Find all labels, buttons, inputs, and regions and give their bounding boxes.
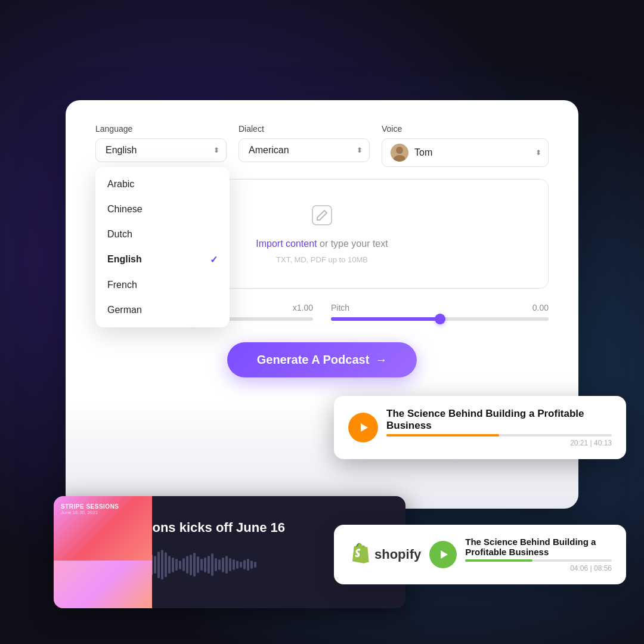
shopify-podcast-card: shopify The Science Behind Building a Pr… <box>334 525 626 584</box>
language-dropdown: Arabic Chinese Dutch English ✓ French Ge… <box>95 167 230 327</box>
wave-bar <box>161 550 163 580</box>
wave-bar <box>215 558 217 571</box>
dropdown-item-dutch[interactable]: Dutch <box>95 222 230 247</box>
shopify-podcast-title: The Science Behind Building a Profitable… <box>465 537 612 557</box>
language-select-wrapper[interactable]: English ⬍ <box>95 138 227 162</box>
wave-bar <box>222 558 224 572</box>
dialect-label: Dialect <box>239 124 370 134</box>
orange-total-time: 40:13 <box>594 439 612 447</box>
language-field: Language English ⬍ Arabic Chinese Dutch … <box>95 124 227 167</box>
language-label: Language <box>95 124 227 134</box>
orange-play-button[interactable] <box>348 413 378 442</box>
speed-value: x1.00 <box>293 303 313 312</box>
wave-bar <box>208 556 210 574</box>
pitch-slider-group: Pitch 0.00 <box>331 303 549 321</box>
wave-bar <box>172 558 174 572</box>
generate-button[interactable]: Generate A Podcast → <box>227 342 417 377</box>
wave-bar <box>218 559 221 570</box>
stripe-brand: Stripe <box>118 510 389 519</box>
check-icon: ✓ <box>210 254 218 265</box>
wave-bar <box>168 556 171 574</box>
orange-times: 20:21 | 40:13 <box>386 439 612 447</box>
wave-bar <box>247 559 249 571</box>
import-link[interactable]: Import content <box>256 239 317 249</box>
shopify-logo: shopify <box>348 543 421 566</box>
orange-podcast-title: The Science Behind Building a Profitable… <box>386 408 612 432</box>
wave-bar <box>197 556 199 573</box>
dropdown-item-arabic[interactable]: Arabic <box>95 172 230 197</box>
form-row: Language English ⬍ Arabic Chinese Dutch … <box>95 124 549 167</box>
arrow-right-icon: → <box>375 353 387 367</box>
shopify-play-button[interactable] <box>429 541 457 568</box>
pitch-value: 0.00 <box>532 303 549 312</box>
wave-bar <box>243 560 246 569</box>
orange-podcast-card: The Science Behind Building a Profitable… <box>334 396 626 459</box>
wave-bar <box>236 561 239 569</box>
wave-bar <box>182 558 185 571</box>
wave-bar <box>254 562 256 568</box>
dropdown-item-english[interactable]: English ✓ <box>95 247 230 273</box>
wave-bar <box>225 556 228 574</box>
voice-select-wrapper[interactable]: Tom ⬍ <box>382 138 549 167</box>
language-select[interactable]: English <box>95 138 227 162</box>
wave-bar <box>229 558 231 571</box>
dropdown-item-german[interactable]: German <box>95 298 230 323</box>
avatar <box>391 144 408 162</box>
pitch-track[interactable] <box>331 317 549 321</box>
wave-bar <box>204 558 206 572</box>
shopify-progress-fill <box>465 559 532 562</box>
wave-bar <box>233 559 235 570</box>
wave-bar <box>193 553 196 577</box>
file-hint: TXT, MD, PDF up to 10MB <box>276 255 368 264</box>
dialect-select-wrapper[interactable]: American ⬍ <box>239 138 370 162</box>
wave-bar <box>157 552 160 578</box>
edit-icon <box>310 203 334 233</box>
orange-progress-fill <box>386 434 499 436</box>
shopify-times: 04:06 | 08:56 <box>465 564 612 572</box>
voice-name: Tom <box>414 147 540 158</box>
import-text: Import content or type your text <box>256 239 388 249</box>
pitch-label: Pitch <box>331 303 349 312</box>
shopify-total-time: 08:56 <box>594 564 612 572</box>
svg-rect-3 <box>312 206 332 225</box>
wave-bar <box>250 561 253 569</box>
svg-point-1 <box>396 147 403 154</box>
stripe-date-label: June 16-30, 2021 <box>61 510 119 515</box>
wave-bar <box>211 553 213 576</box>
orange-progress-bar <box>386 434 612 436</box>
wave-bar <box>165 552 167 577</box>
play-icon <box>361 423 368 432</box>
dropdown-item-chinese[interactable]: Chinese <box>95 197 230 222</box>
wave-bar <box>240 562 242 568</box>
dialect-field: Dialect American ⬍ <box>239 124 370 167</box>
wave-bar <box>175 559 178 571</box>
wave-bar <box>200 559 203 571</box>
dropdown-item-french[interactable]: French <box>95 273 230 298</box>
pitch-thumb[interactable] <box>435 314 445 324</box>
stripe-sessions-label: STRIPE SESSIONS <box>61 503 119 510</box>
shopify-text: shopify <box>374 547 421 562</box>
shopify-progress-bar <box>465 559 612 562</box>
wave-bar <box>154 556 156 574</box>
play-icon <box>441 550 448 559</box>
pitch-fill <box>331 317 440 321</box>
stripe-thumbnail: STRIPE SESSIONS June 16-30, 2021 <box>54 496 152 608</box>
voice-label: Voice <box>382 124 549 134</box>
orange-current-time: 20:21 <box>570 439 588 447</box>
shopify-current-time: 04:06 <box>570 564 588 572</box>
dialect-select[interactable]: American <box>239 138 370 162</box>
wave-bar <box>190 555 192 575</box>
voice-field: Voice Tom ⬍ <box>382 124 549 167</box>
wave-bar <box>179 561 181 569</box>
wave-bar <box>186 556 188 574</box>
